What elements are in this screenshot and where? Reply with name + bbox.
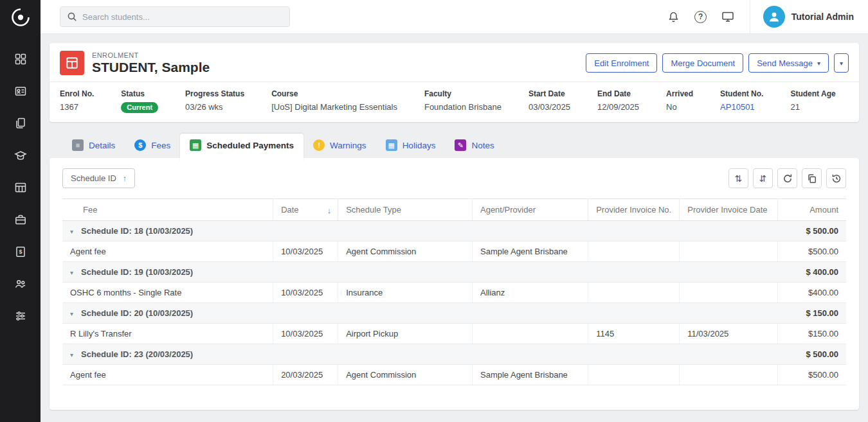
page-title: STUDENT, Sample [92, 60, 210, 75]
grid-toolbar: Schedule ID ↑ ⇅⇵ [62, 168, 846, 188]
field-enrol-no: Enrol No.1367 [60, 89, 94, 113]
cell-schedule-type: Agent Commission [338, 365, 473, 385]
fold-icon: ⇵ [759, 173, 767, 184]
app-logo[interactable] [0, 0, 41, 35]
notifications-button[interactable] [662, 5, 685, 28]
help-button[interactable]: ? [689, 5, 712, 28]
cell-date: 20/03/2025 [273, 365, 338, 385]
sidebar-item-services[interactable] [6, 207, 35, 233]
payment-row[interactable]: Agent fee20/03/2025Agent CommissionSampl… [62, 365, 846, 385]
field-label: Student Age [790, 89, 835, 98]
copy-icon [807, 173, 817, 184]
remote-support-button[interactable] [716, 5, 739, 28]
field-label: Faculty [424, 89, 502, 98]
schedule-group-row[interactable]: ▾Schedule ID: 18 (10/03/2025)$ 500.00 [62, 221, 846, 242]
group-by-chip[interactable]: Schedule ID ↑ [62, 168, 135, 188]
expand-all-button[interactable]: ⇅ [728, 168, 748, 188]
details-tab-icon: ≡ [72, 139, 84, 151]
sidebar-item-contacts[interactable] [6, 78, 35, 104]
tab-warnings[interactable]: !Warnings [303, 134, 376, 158]
group-total: $ 500.00 [777, 221, 846, 242]
sidebar-item-courses[interactable] [6, 143, 35, 168]
copy-grid-button[interactable] [802, 168, 822, 188]
payment-row[interactable]: OSHC 6 months - Single Rate10/03/2025Ins… [62, 283, 846, 303]
payment-row[interactable]: Agent fee10/03/2025Agent CommissionSampl… [62, 242, 846, 262]
field-value: Foundation Brisbane [424, 102, 502, 112]
group-total: $ 150.00 [777, 303, 846, 324]
collapse-group-icon[interactable]: ▾ [70, 269, 73, 276]
column-header-schedule-type[interactable]: Schedule Type [338, 199, 473, 221]
tab-label: Fees [151, 141, 170, 150]
column-header-agent-provider[interactable]: Agent/Provider [472, 199, 588, 221]
sidebar-nav: $ [6, 46, 35, 329]
group-title: Schedule ID: 19 (10/03/2025) [81, 267, 193, 277]
field-value: [UoS] Digital Marketing Essentials [271, 102, 397, 112]
fees-tab-icon: $ [134, 139, 146, 151]
cell-schedule-type: Insurance [338, 283, 473, 303]
sidebar-item-tables[interactable] [6, 175, 35, 200]
enrolment-identity: ENROLMENT STUDENT, Sample [60, 51, 210, 75]
tab-label: Notes [471, 141, 494, 150]
column-header-provider-invoice-date[interactable]: Provider Invoice Date [680, 199, 777, 221]
logo-icon [10, 6, 32, 28]
chevron-down-icon: ▾ [840, 60, 843, 67]
column-header-date[interactable]: Date↓ [273, 199, 338, 221]
sidebar-item-finance[interactable]: $ [6, 239, 35, 265]
enrolment-actions: Edit Enrolment Merge Document Send Messa… [586, 53, 849, 73]
collapse-group-icon[interactable]: ▾ [70, 310, 73, 317]
column-header-amount[interactable]: Amount [777, 199, 846, 221]
history-button[interactable] [826, 168, 846, 188]
sidebar-item-enrolments[interactable] [6, 110, 35, 136]
search-box[interactable] [60, 6, 290, 27]
sidebar-item-dashboard[interactable] [6, 46, 35, 72]
scheduled-tab-icon: ▦ [190, 139, 201, 151]
field-faculty: FacultyFoundation Brisbane [424, 89, 502, 113]
tab-holidays[interactable]: ▦Holidays [376, 134, 446, 158]
field-value: 12/09/2025 [597, 102, 639, 112]
schedule-group-row[interactable]: ▾Schedule ID: 19 (10/03/2025)$ 400.00 [62, 262, 846, 283]
payment-row[interactable]: R Lilly's Transfer10/03/2025Airport Pick… [62, 324, 846, 344]
tab-fees[interactable]: $Fees [125, 134, 180, 158]
field-value[interactable]: AP10501 [720, 102, 763, 112]
merge-document-button[interactable]: Merge Document [662, 53, 743, 73]
tab-details[interactable]: ≡Details [62, 134, 125, 158]
help-icon: ? [694, 11, 707, 23]
schedule-group-row[interactable]: ▾Schedule ID: 20 (10/03/2025)$ 150.00 [62, 303, 846, 324]
column-header-fee[interactable]: Fee [62, 199, 273, 221]
cell-amount: $150.00 [777, 324, 846, 344]
schedule-group-row[interactable]: ▾Schedule ID: 23 (20/03/2025)$ 500.00 [62, 344, 846, 365]
cell-fee: R Lilly's Transfer [62, 324, 273, 344]
tab-notes[interactable]: ✎Notes [445, 134, 503, 158]
sidebar-item-settings[interactable] [6, 303, 35, 329]
avatar [763, 6, 785, 28]
cell-amount: $500.00 [777, 365, 846, 385]
collapse-all-button[interactable]: ⇵ [753, 168, 773, 188]
tab-scheduled[interactable]: ▦Scheduled Payments [180, 134, 303, 162]
user-name: Tutorial Admin [791, 12, 854, 22]
column-label: Amount [809, 205, 838, 215]
tab-label: Warnings [330, 141, 366, 150]
collapse-group-icon[interactable]: ▾ [70, 351, 73, 358]
field-student-no: Student No.AP10501 [720, 89, 763, 113]
column-label: Fee [83, 205, 97, 215]
id-card-icon [14, 85, 27, 98]
payments-table: FeeDate↓Schedule TypeAgent/ProviderProvi… [62, 198, 846, 385]
field-label: Student No. [720, 89, 763, 98]
column-header-provider-invoice-no[interactable]: Provider Invoice No. [588, 199, 680, 221]
user-menu[interactable]: Tutorial Admin [750, 0, 856, 34]
refresh-icon [782, 173, 793, 184]
search-input[interactable] [82, 12, 283, 22]
refresh-button[interactable] [777, 168, 797, 188]
sidebar-item-agents[interactable] [6, 271, 35, 297]
dashboard-icon [14, 53, 27, 66]
edit-enrolment-button[interactable]: Edit Enrolment [586, 53, 657, 73]
column-label: Agent/Provider [480, 205, 536, 215]
field-label: Course [271, 89, 397, 98]
field-label: Arrived [666, 89, 693, 98]
people-icon [14, 277, 27, 290]
collapse-group-icon[interactable]: ▾ [70, 228, 73, 235]
cell-amount: $500.00 [777, 242, 846, 262]
tab-label: Holidays [402, 141, 436, 150]
more-actions-button[interactable]: ▾ [834, 53, 849, 73]
send-message-button[interactable]: Send Message ▾ [748, 53, 829, 73]
